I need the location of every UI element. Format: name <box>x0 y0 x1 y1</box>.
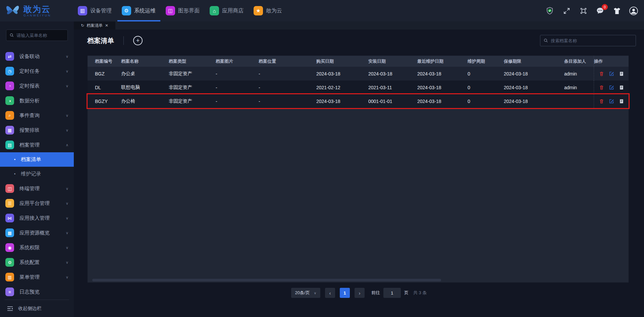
sidebar-item-event-query[interactable]: ⌕ 事件查询 ∨ <box>0 108 74 123</box>
page-header: 档案清单 + <box>74 30 644 52</box>
close-tab-icon[interactable]: ✕ <box>105 23 108 28</box>
sidebar-item-scheduled-reports[interactable]: ◔ 定时报表 ∨ <box>0 78 74 93</box>
chevron-down-icon: ∨ <box>66 231 68 235</box>
goto-page-input[interactable] <box>383 288 401 298</box>
top-tab-app-store[interactable]: ⌂ 应用商店 <box>210 0 244 21</box>
delete-icon[interactable] <box>599 99 604 104</box>
top-tab-device-management[interactable]: ▥ 设备管理 <box>78 0 112 21</box>
collapse-sidebar-button[interactable]: 收起侧边栏 <box>5 300 69 317</box>
chevron-down-icon: ∨ <box>66 246 68 250</box>
user-avatar[interactable] <box>629 6 638 15</box>
ganweiyun-icon: ★ <box>254 6 263 15</box>
chevron-up-icon: ∧ <box>66 143 68 147</box>
scheduled-tasks-icon: ◷ <box>5 67 14 75</box>
sidebar-item-menu-management[interactable]: ▥ 菜单管理 ∨ <box>0 270 74 284</box>
page-title: 档案清单 <box>87 36 114 45</box>
content-tab-archive-list[interactable]: ↻ 档案清单 ✕ <box>74 21 115 30</box>
page-size-select[interactable]: 20条/页 ∨ <box>291 288 320 298</box>
chevron-down-icon: ∨ <box>66 260 68 265</box>
table-header-row: 档案编号 档案名称 档案类型 档案图片 档案位置 购买日期 安装日期 最近维护日… <box>88 56 629 67</box>
chevron-down-icon: ∨ <box>314 291 316 295</box>
edit-icon[interactable] <box>609 99 614 104</box>
log-preview-icon: ≡ <box>5 287 14 296</box>
sidebar-item-log-preview[interactable]: ≡ 日志预览 <box>0 284 74 299</box>
top-tab-ganweiyun[interactable]: ★ 敢为云 <box>254 0 282 21</box>
menu-management-icon: ▥ <box>5 273 14 281</box>
sidebar-search-input[interactable] <box>16 33 64 38</box>
app-platform-icon: ☰ <box>5 199 14 208</box>
sidebar-item-scheduled-tasks[interactable]: ◷ 定时任务 ∨ <box>0 64 74 78</box>
theme-shirt-icon[interactable] <box>612 6 621 15</box>
sidebar-subitem-archive-list[interactable]: • 档案清单 <box>0 152 74 167</box>
sidebar-item-alarm-scheduling[interactable]: ▦ 报警排班 ∨ <box>0 123 74 138</box>
next-page-button[interactable]: › <box>355 288 365 298</box>
horizontal-scrollbar[interactable] <box>92 279 441 281</box>
sidebar-subitem-maintenance-records[interactable]: • 维护记录 <box>0 167 74 181</box>
screen-capture-icon[interactable] <box>579 6 588 15</box>
archive-search-box[interactable] <box>540 35 636 46</box>
document-icon[interactable] <box>619 99 624 104</box>
sidebar-menu: ⇄ 设备联动 ∨ ◷ 定时任务 ∨ ◔ 定时报表 ∨ ◑ 数据分析 <box>0 46 74 300</box>
archive-list-page: 档案清单 + 档案编号 档案名称 档案类型 档案图片 档案位置 <box>74 30 644 317</box>
sidebar-item-data-analysis[interactable]: ◑ 数据分析 <box>0 93 74 108</box>
top-tab-graphic-interface[interactable]: ◫ 图形界面 <box>166 0 200 21</box>
security-shield-icon[interactable] <box>545 6 554 15</box>
page-number-button[interactable]: 1 <box>340 288 350 298</box>
add-archive-button[interactable]: + <box>133 36 143 45</box>
document-icon[interactable] <box>619 85 624 90</box>
top-tabs: ▥ 设备管理 ⚙ 系统运维 ◫ 图形界面 ⌂ 应用商店 ★ 敢为云 <box>78 0 282 21</box>
delete-icon[interactable] <box>599 85 604 90</box>
search-icon <box>544 38 548 43</box>
fullscreen-icon[interactable] <box>562 6 571 15</box>
sidebar-item-app-resource-overview[interactable]: ▩ 应用资源概览 ∨ <box>0 225 74 240</box>
chevron-down-icon: ∨ <box>66 128 68 133</box>
goto-label: 前往 <box>371 290 380 296</box>
brand-text: 敢为云 GANWEIYUN <box>23 5 51 17</box>
title-divider <box>123 36 124 45</box>
system-operations-icon: ⚙ <box>122 6 131 15</box>
row-actions <box>594 94 629 108</box>
messages-icon[interactable]: 0 <box>596 6 604 15</box>
content-tab-label: 档案清单 <box>87 23 103 29</box>
archive-search-input[interactable] <box>551 38 632 43</box>
graphic-interface-icon: ◫ <box>166 6 175 15</box>
sidebar-item-terminal-management[interactable]: ◫ 终端管理 ∨ <box>0 181 74 196</box>
chevron-down-icon: ∨ <box>66 69 68 73</box>
chevron-down-icon: ∨ <box>66 113 68 118</box>
device-linkage-icon: ⇄ <box>5 52 14 61</box>
sidebar-item-archive-management[interactable]: ▤ 档案管理 ∧ <box>0 138 74 152</box>
chevron-down-icon: ∨ <box>66 201 68 206</box>
sidebar-search-box[interactable] <box>6 30 68 41</box>
document-icon[interactable] <box>619 71 624 76</box>
edit-icon[interactable] <box>609 85 614 90</box>
chevron-down-icon: ∨ <box>66 216 68 220</box>
delete-icon[interactable] <box>599 71 604 76</box>
row-actions <box>594 81 629 94</box>
collapse-sidebar-icon <box>7 306 13 311</box>
refresh-tab-icon[interactable]: ↻ <box>81 23 84 28</box>
prev-page-button[interactable]: ‹ <box>325 288 335 298</box>
sidebar: ⇄ 设备联动 ∨ ◷ 定时任务 ∨ ◔ 定时报表 ∨ ◑ 数据分析 <box>0 21 74 317</box>
app-access-icon: ⋈ <box>5 214 14 222</box>
table-row[interactable]: BGZ 办公桌 非固定资产 - - 2024-03-18 2024-03-18 … <box>88 67 629 81</box>
archive-management-icon: ▤ <box>5 141 14 149</box>
chevron-down-icon: ∨ <box>66 187 68 191</box>
edit-icon[interactable] <box>609 71 614 76</box>
sidebar-item-system-configuration[interactable]: ⚙ 系统配置 ∨ <box>0 255 74 270</box>
table-row[interactable]: DL 联想电脑 非固定资产 - - 2021-02-12 2021-03-11 … <box>88 81 629 94</box>
sidebar-item-device-linkage[interactable]: ⇄ 设备联动 ∨ <box>0 49 74 64</box>
sidebar-item-system-permissions[interactable]: ◉ 系统权限 ∨ <box>0 240 74 255</box>
bullet-icon: • <box>14 172 15 176</box>
scheduled-reports-icon: ◔ <box>5 82 14 90</box>
table-row-highlighted[interactable]: BGZY 办公椅 非固定资产 - - 2024-03-18 0001-01-01… <box>88 94 629 108</box>
topbar-action-icons: 0 <box>545 0 638 21</box>
chevron-down-icon: ∨ <box>66 84 68 88</box>
sidebar-item-app-access-management[interactable]: ⋈ 应用接入管理 ∨ <box>0 211 74 225</box>
top-tab-system-operations[interactable]: ⚙ 系统运维 <box>122 0 156 21</box>
device-management-icon: ▥ <box>78 6 87 15</box>
sidebar-item-app-platform-management[interactable]: ☰ 应用平台管理 ∨ <box>0 196 74 211</box>
top-navigation-bar: 敢为云 GANWEIYUN ▥ 设备管理 ⚙ 系统运维 ◫ 图形界面 ⌂ 应用商… <box>0 0 644 21</box>
app-resource-icon: ▩ <box>5 228 14 237</box>
message-count-badge: 0 <box>602 4 608 10</box>
total-count-label: 共 3 条 <box>413 290 427 296</box>
